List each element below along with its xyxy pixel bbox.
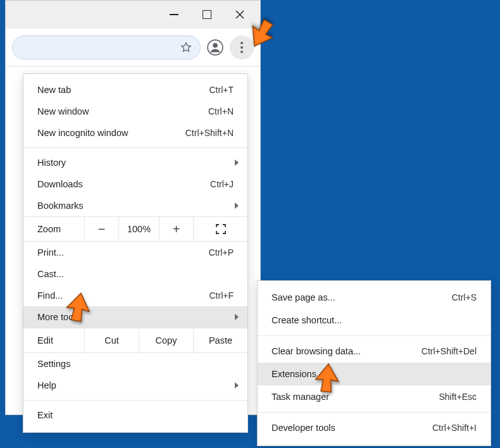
submenu-item-task-manager[interactable]: Task manager Shift+Esc xyxy=(258,385,491,408)
menu-shortcut: Ctrl+Shift+Del xyxy=(422,346,477,356)
maximize-button[interactable] xyxy=(191,1,223,28)
chevron-right-icon xyxy=(235,202,239,209)
menu-label: Create shortcut... xyxy=(272,315,477,325)
copy-button[interactable]: Copy xyxy=(139,328,193,352)
menu-divider xyxy=(23,400,247,401)
menu-divider xyxy=(258,335,491,336)
titlebar xyxy=(6,1,260,28)
menu-item-print[interactable]: Print... Ctrl+P xyxy=(23,242,247,263)
menu-label: Clear browsing data... xyxy=(272,346,422,356)
profile-button[interactable] xyxy=(206,38,225,57)
menu-item-new-tab[interactable]: New tab Ctrl+T xyxy=(23,79,247,101)
menu-shortcut: Ctrl+Shift+N xyxy=(185,128,234,138)
zoom-label: Zoom xyxy=(23,224,84,234)
menu-label: More tools xyxy=(37,312,234,322)
menu-divider xyxy=(258,412,491,413)
menu-label: Downloads xyxy=(37,179,210,189)
menu-item-downloads[interactable]: Downloads Ctrl+J xyxy=(23,173,247,195)
menu-label: New incognito window xyxy=(37,128,185,138)
main-menu: New tab Ctrl+T New window Ctrl+N New inc… xyxy=(23,73,248,433)
menu-shortcut: Ctrl+T xyxy=(209,85,234,95)
minimize-button[interactable] xyxy=(158,1,191,28)
zoom-in-button[interactable]: + xyxy=(159,217,193,241)
submenu-item-create-shortcut[interactable]: Create shortcut... xyxy=(258,309,491,332)
menu-shortcut: Ctrl+N xyxy=(208,106,234,116)
menu-label: Developer tools xyxy=(272,423,432,433)
menu-item-history[interactable]: History xyxy=(23,152,247,173)
chevron-right-icon xyxy=(235,314,239,320)
menu-shortcut: Ctrl+F xyxy=(209,290,234,301)
zoom-out-button[interactable]: − xyxy=(84,217,118,241)
menu-label: Help xyxy=(37,380,234,390)
svg-point-3 xyxy=(213,42,218,47)
menu-label: Settings xyxy=(37,359,234,369)
chevron-right-icon xyxy=(235,159,239,166)
more-tools-submenu: Save page as... Ctrl+S Create shortcut..… xyxy=(257,280,491,446)
submenu-item-save-page[interactable]: Save page as... Ctrl+S xyxy=(258,286,491,309)
menu-label: Extensions xyxy=(272,369,477,379)
menu-label: History xyxy=(37,158,234,168)
profile-icon xyxy=(207,39,223,56)
menu-shortcut: Ctrl+Shift+I xyxy=(432,423,477,433)
submenu-item-developer-tools[interactable]: Developer tools Ctrl+Shift+I xyxy=(258,416,491,439)
menu-divider xyxy=(23,147,247,148)
close-icon xyxy=(235,10,244,19)
menu-label: Save page as... xyxy=(272,292,452,302)
menu-shortcut: Ctrl+J xyxy=(210,179,234,189)
zoom-value: 100% xyxy=(118,217,159,241)
menu-item-more-tools[interactable]: More tools xyxy=(23,306,247,328)
browser-toolbar xyxy=(6,28,260,66)
cut-button[interactable]: Cut xyxy=(84,328,139,352)
menu-item-zoom: Zoom − 100% + xyxy=(23,216,247,242)
close-button[interactable] xyxy=(223,1,256,28)
menu-label: Cast... xyxy=(37,269,234,279)
address-bar[interactable] xyxy=(12,35,201,59)
menu-item-new-window[interactable]: New window Ctrl+N xyxy=(23,101,247,122)
menu-button[interactable] xyxy=(230,35,254,59)
menu-label: Exit xyxy=(37,410,234,420)
menu-item-new-incognito[interactable]: New incognito window Ctrl+Shift+N xyxy=(23,122,247,144)
kebab-icon xyxy=(241,42,243,53)
menu-shortcut: Ctrl+S xyxy=(452,292,477,302)
menu-label: Bookmarks xyxy=(37,201,234,211)
bookmark-star-icon[interactable] xyxy=(180,41,192,54)
menu-item-help[interactable]: Help xyxy=(23,375,247,396)
paste-button[interactable]: Paste xyxy=(193,328,247,352)
menu-item-cast[interactable]: Cast... xyxy=(23,263,247,285)
menu-item-exit[interactable]: Exit xyxy=(23,404,247,426)
menu-item-edit: Edit Cut Copy Paste xyxy=(23,328,247,353)
menu-item-find[interactable]: Find... Ctrl+F xyxy=(23,285,247,306)
chevron-right-icon xyxy=(235,382,239,389)
menu-label: Task manager xyxy=(272,392,439,402)
fullscreen-button[interactable] xyxy=(193,217,247,241)
menu-shortcut: Ctrl+P xyxy=(209,247,234,258)
menu-label: New tab xyxy=(37,85,209,95)
menu-label: Find... xyxy=(37,290,209,301)
edit-label: Edit xyxy=(23,335,84,345)
menu-label: New window xyxy=(37,106,208,116)
fullscreen-icon xyxy=(216,224,226,234)
menu-label: Print... xyxy=(37,247,209,258)
menu-item-settings[interactable]: Settings xyxy=(23,353,247,375)
submenu-item-clear-data[interactable]: Clear browsing data... Ctrl+Shift+Del xyxy=(258,340,491,363)
submenu-item-extensions[interactable]: Extensions xyxy=(258,363,491,385)
menu-item-bookmarks[interactable]: Bookmarks xyxy=(23,195,247,216)
menu-shortcut: Shift+Esc xyxy=(439,392,477,402)
